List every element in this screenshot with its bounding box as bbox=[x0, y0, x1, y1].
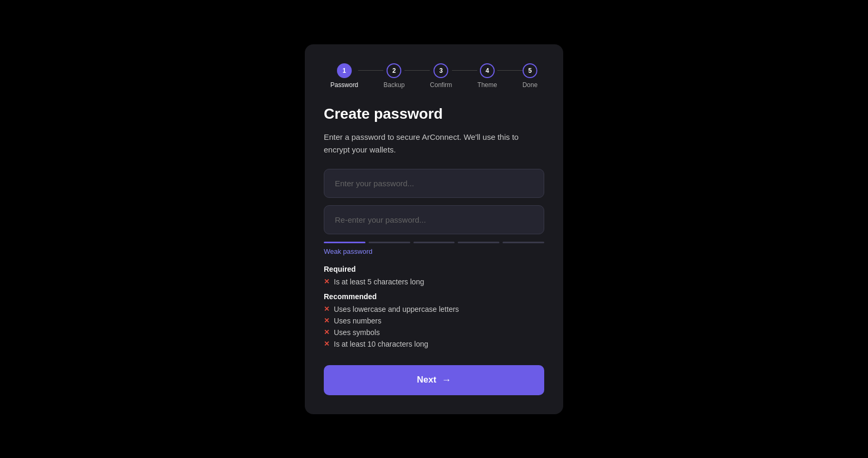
required-title: Required bbox=[324, 265, 544, 273]
req-icon-x-symbols: ✕ bbox=[324, 328, 330, 336]
step-5-label: Done bbox=[523, 81, 538, 89]
step-2-label: Backup bbox=[383, 81, 404, 89]
strength-segment-1 bbox=[324, 242, 365, 243]
req-text-length-10: Is at least 10 characters long bbox=[334, 340, 428, 348]
step-4-label: Theme bbox=[477, 81, 497, 89]
step-line-4 bbox=[497, 70, 523, 71]
step-4-circle: 4 bbox=[480, 63, 495, 78]
strength-segment-5 bbox=[503, 242, 544, 243]
page-title: Create password bbox=[324, 106, 544, 122]
modal-container: 1 Password 2 Backup 3 Confirm 4 Theme 5 … bbox=[305, 44, 563, 414]
step-5-circle: 5 bbox=[523, 63, 537, 78]
req-item-length-10: ✕ Is at least 10 characters long bbox=[324, 340, 544, 348]
strength-label: Weak password bbox=[324, 247, 544, 255]
next-button[interactable]: Next → bbox=[324, 365, 544, 395]
req-text-case: Uses lowercase and uppercase letters bbox=[334, 305, 459, 313]
req-icon-x-1: ✕ bbox=[324, 278, 330, 285]
stepper: 1 Password 2 Backup 3 Confirm 4 Theme 5 … bbox=[324, 63, 544, 89]
password-input[interactable] bbox=[324, 169, 544, 198]
req-text-numbers: Uses numbers bbox=[334, 317, 381, 325]
step-3-circle: 3 bbox=[433, 63, 448, 78]
strength-segment-4 bbox=[458, 242, 499, 243]
req-item-numbers: ✕ Uses numbers bbox=[324, 317, 544, 325]
step-1-label: Password bbox=[331, 81, 359, 89]
step-3-label: Confirm bbox=[430, 81, 452, 89]
recommended-title: Recommended bbox=[324, 292, 544, 301]
step-line-3 bbox=[452, 70, 477, 71]
strength-segment-3 bbox=[413, 242, 455, 243]
step-3: 3 Confirm bbox=[430, 63, 452, 89]
req-item-length-5: ✕ Is at least 5 characters long bbox=[324, 278, 544, 286]
step-4: 4 Theme bbox=[477, 63, 497, 89]
req-item-symbols: ✕ Uses symbols bbox=[324, 328, 544, 337]
next-arrow-icon: → bbox=[441, 375, 451, 386]
step-5: 5 Done bbox=[523, 63, 538, 89]
step-line-2 bbox=[404, 70, 430, 71]
step-1: 1 Password bbox=[331, 63, 359, 89]
strength-segment-2 bbox=[369, 242, 410, 243]
next-button-label: Next bbox=[417, 375, 437, 385]
step-2: 2 Backup bbox=[383, 63, 404, 89]
step-1-circle: 1 bbox=[337, 63, 352, 78]
confirm-password-input[interactable] bbox=[324, 205, 544, 234]
req-text-length-5: Is at least 5 characters long bbox=[334, 278, 424, 286]
req-item-case: ✕ Uses lowercase and uppercase letters bbox=[324, 305, 544, 313]
step-line-1 bbox=[358, 70, 383, 71]
step-2-circle: 2 bbox=[387, 63, 401, 78]
req-icon-x-case: ✕ bbox=[324, 305, 330, 313]
req-icon-x-length-10: ✕ bbox=[324, 340, 330, 348]
strength-bar bbox=[324, 242, 544, 243]
req-icon-x-numbers: ✕ bbox=[324, 317, 330, 325]
required-section: Required ✕ Is at least 5 characters long bbox=[324, 265, 544, 289]
page-subtext: Enter a password to secure ArConnect. We… bbox=[324, 131, 544, 156]
req-text-symbols: Uses symbols bbox=[334, 328, 380, 337]
recommended-section: Recommended ✕ Uses lowercase and upperca… bbox=[324, 292, 544, 351]
